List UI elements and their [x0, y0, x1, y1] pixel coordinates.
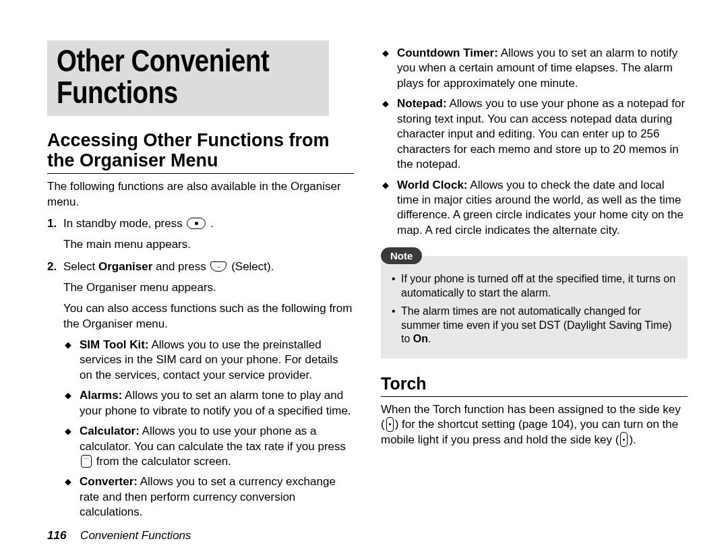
right-column: Countdown Timer: Allows you to set an al… [381, 40, 688, 526]
step-2-bold: Organiser [98, 260, 152, 273]
torch-post: ). [629, 433, 636, 446]
step-2-post: (Select). [231, 260, 274, 273]
manual-page: Other Convenient Functions Accessing Oth… [0, 0, 728, 560]
fname: Converter: [80, 475, 138, 488]
note-block: Note If your phone is turned off at the … [381, 247, 688, 359]
note-item-2: The alarm times are not automatically ch… [390, 305, 678, 346]
fdesc-post: from the calculator screen. [93, 455, 231, 468]
step-2-mid: and press [152, 260, 209, 273]
columns: Other Convenient Functions Accessing Oth… [47, 40, 688, 526]
step-1: 1. In standby mode, press . The main men… [47, 216, 354, 253]
fname: World Clock: [397, 179, 468, 191]
feature-alarms: Alarms: Allows you to set an alarm tone … [63, 388, 354, 418]
feature-converter: Converter: Allows you to set a currency … [63, 474, 354, 520]
step-1-pre: In standby mode, press [63, 217, 185, 230]
fname: Notepad: [397, 97, 447, 110]
footer-title: Convenient Functions [80, 529, 191, 542]
note-list: If your phone is turned off at the speci… [390, 272, 678, 346]
intro-text: The following functions are also availab… [47, 179, 354, 210]
torch-title: Torch [381, 375, 688, 397]
note2-post: . [428, 333, 431, 344]
side-key-icon [620, 432, 628, 447]
chapter-title: Other Convenient Functions [57, 44, 320, 108]
note2-pre: The alarm times are not automatically ch… [401, 305, 672, 345]
step-2: 2. Select Organiser and press - (Select)… [47, 259, 354, 526]
feature-calculator: Calculator: Allows you to use your phone… [63, 424, 354, 469]
fname: Countdown Timer: [397, 46, 498, 59]
side-key-icon [386, 417, 394, 432]
step-2-sub2: You can also access functions such as th… [63, 301, 354, 332]
section-accessing-title: Accessing Other Functions from the Organ… [47, 131, 354, 174]
step-1-sub: The main menu appears. [63, 237, 354, 253]
feature-sim-tool-kit: SIM Tool Kit: Allows you to use the prei… [63, 338, 354, 383]
left-softkey-icon: - [210, 261, 226, 272]
chapter-title-line2: Functions [57, 73, 178, 110]
fname: Calculator: [80, 425, 140, 437]
step-1-num: 1. [47, 216, 63, 253]
page-footer: 116 Convenient Functions [47, 529, 191, 542]
feature-list-right: Countdown Timer: Allows you to set an al… [381, 46, 688, 238]
options-key-icon: ⋯ [81, 455, 92, 468]
step-2-num: 2. [47, 259, 63, 526]
torch-section: Torch When the Torch function has been a… [381, 375, 688, 447]
left-column: Other Convenient Functions Accessing Oth… [47, 40, 354, 526]
step-2-sub1: The Organiser menu appears. [63, 280, 354, 296]
chapter-title-line1: Other Convenient [57, 42, 269, 78]
note2-bold: On [413, 333, 428, 344]
note-label: Note [381, 247, 422, 264]
step-2-pre: Select [63, 260, 98, 273]
chapter-title-box: Other Convenient Functions [47, 40, 329, 116]
step-1-body: In standby mode, press . The main menu a… [63, 216, 354, 253]
step-1-post: . [210, 217, 214, 230]
fname: SIM Tool Kit: [80, 338, 149, 351]
feature-list-left: SIM Tool Kit: Allows you to use the prei… [63, 338, 354, 520]
feature-notepad: Notepad: Allows you to use your phone as… [381, 96, 688, 172]
page-number: 116 [47, 529, 66, 542]
torch-body: When the Torch function has been assigne… [381, 402, 688, 447]
feature-countdown-timer: Countdown Timer: Allows you to set an al… [381, 46, 688, 91]
feature-world-clock: World Clock: Allows you to check the dat… [381, 178, 688, 239]
note-box: If your phone is turned off at the speci… [381, 256, 688, 359]
step-2-body: Select Organiser and press - (Select). T… [63, 259, 354, 526]
center-key-icon [187, 218, 206, 229]
note-item-1: If your phone is turned off at the speci… [390, 272, 678, 301]
fname: Alarms: [80, 389, 122, 402]
